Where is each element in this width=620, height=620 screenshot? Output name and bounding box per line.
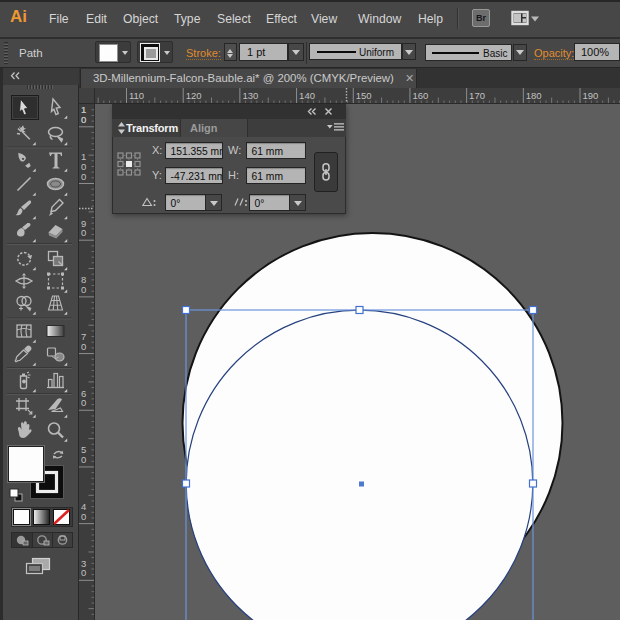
svg-text:160: 160 (412, 90, 428, 101)
svg-text:0: 0 (81, 567, 86, 578)
svg-text:180: 180 (526, 90, 542, 101)
svg-text:190: 190 (583, 90, 599, 101)
svg-text:0: 0 (81, 454, 86, 465)
svg-text:0: 0 (81, 284, 86, 295)
svg-text:0: 0 (81, 397, 86, 408)
svg-text:140: 140 (299, 90, 315, 101)
svg-text:0: 0 (81, 171, 86, 182)
svg-text:0: 0 (81, 341, 86, 352)
svg-text:0: 0 (81, 114, 86, 125)
svg-text:150: 150 (356, 90, 372, 101)
svg-text:0: 0 (81, 511, 86, 522)
svg-text:170: 170 (469, 90, 485, 101)
svg-text:120: 120 (186, 90, 202, 101)
svg-text:130: 130 (242, 90, 258, 101)
svg-text:110: 110 (129, 90, 144, 101)
svg-text:0: 0 (81, 227, 86, 238)
